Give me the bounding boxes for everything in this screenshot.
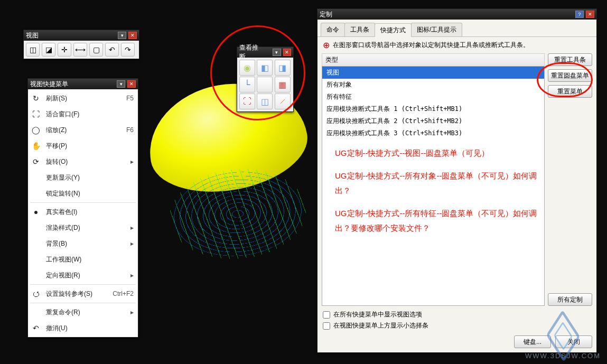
sphere-icon[interactable]: ◉ [239, 60, 255, 76]
list-item[interactable]: 所有对象 [322, 79, 544, 91]
chevron-right-icon: ▸ [130, 158, 134, 165]
type-list[interactable]: 视图所有对象所有特征应用模块推断式工具条 1 (Ctrl+Shift+MB1)应… [322, 66, 545, 306]
zoom-icon[interactable]: ◪ [42, 43, 55, 57]
menu-separator [30, 284, 136, 285]
fit-view-icon[interactable]: ◫ [26, 43, 40, 57]
menu-item-label: 真实着色(I) [46, 208, 134, 217]
menu-item-icon: ⭯ [30, 288, 42, 300]
chevron-right-icon: ▸ [130, 240, 134, 247]
axes-icon[interactable]: └ [239, 77, 255, 92]
menu-item-icon: ✋ [30, 140, 42, 152]
display-mode-icon[interactable]: ▢ [89, 43, 103, 57]
render-style-item[interactable]: 渲染样式(D)▸ [28, 220, 138, 236]
menu-item-icon [30, 188, 42, 199]
view-toolbar-window: 视图 ▾ ✕ ◫◪✛⟷▢↶↷ [23, 30, 139, 59]
menu-item-label: 背景(B) [46, 239, 126, 248]
dropdown-icon[interactable]: ▾ [117, 80, 125, 88]
background-item[interactable]: 背景(B)▸ [28, 236, 138, 251]
cube-solid-icon[interactable]: ◨ [275, 60, 291, 76]
trihedron-icon[interactable]: ✛ [58, 43, 71, 57]
menu-item-icon [30, 254, 42, 265]
menu-item-accelerator: F6 [126, 126, 134, 134]
chevron-right-icon: ▸ [130, 272, 134, 279]
list-item[interactable]: 所有特征 [322, 91, 544, 103]
menu-item-label: 缩放(Z) [46, 126, 122, 135]
context-menu-title: 视图快捷菜单 [30, 80, 68, 89]
watermark: WWW.3DSJW.COM [525, 321, 601, 360]
list-header[interactable]: 类型 [322, 53, 545, 66]
customize-dialog: 定制 ? ✕ 命令工具条快捷方式图标/工具提示 ⊕ 在图形窗口或导航器中选择对象… [317, 8, 597, 353]
infer-palette-window: 查看推断... ▾ ✕ ◉◧◨└ ▦⛶◫⟋ [237, 46, 294, 112]
rotate-item[interactable]: ⟳旋转(O)▸ [28, 154, 138, 170]
reset-radial-button[interactable]: 重置圆盘菜单 [548, 69, 592, 82]
lock-rotation-item[interactable]: 锁定旋转(N) [28, 185, 138, 201]
tab-shortcuts[interactable]: 快捷方式 [375, 23, 412, 37]
dropdown-icon[interactable]: ▾ [273, 49, 281, 56]
pan-item[interactable]: ✋平移(P) [28, 138, 138, 154]
reset-menu-button[interactable]: 重置菜单 [548, 85, 592, 98]
menu-item-accelerator: Ctrl+F2 [113, 290, 134, 297]
cube-shaded-icon[interactable]: ◧ [257, 60, 273, 76]
menu-item-label: 渲染样式(D) [46, 223, 126, 232]
menu-item-label: 平移(P) [46, 142, 134, 151]
orient-view-item[interactable]: 定向视图(R)▸ [28, 267, 138, 283]
extents-icon[interactable]: ⟷ [73, 43, 87, 57]
menu-item-accelerator: F5 [126, 95, 134, 102]
menu-item-label: 适合窗口(F) [46, 110, 134, 119]
layout-icon[interactable]: ▦ [275, 77, 291, 92]
customize-dialog-title: 定制 [320, 10, 332, 19]
check-show-view-options[interactable]: 在所有快捷菜单中显示视图选项 [317, 309, 596, 320]
undo-item[interactable]: ↶撤消(U) [28, 320, 138, 336]
menu-item-icon: ↻ [30, 92, 42, 104]
tab-toolbar[interactable]: 工具条 [344, 23, 375, 36]
palette-title: 查看推断... [239, 43, 268, 61]
checkbox[interactable] [323, 322, 330, 330]
menu-item-icon: ↶ [30, 322, 42, 334]
undo-icon[interactable]: ↶ [105, 43, 119, 57]
list-item[interactable]: 应用模块推断式工具条 2 (Ctrl+Shift+MB2) [322, 115, 544, 127]
menu-item-label: 刷新(S) [46, 94, 122, 103]
zoom-item[interactable]: ◯缩放(Z)F6 [28, 122, 138, 138]
tab-icons[interactable]: 图标/工具提示 [411, 23, 462, 36]
close-icon[interactable]: ✕ [283, 49, 291, 56]
checkbox[interactable] [323, 311, 330, 319]
list-item[interactable]: 应用模块推断式工具条 3 (Ctrl+Shift+MB3) [322, 127, 544, 139]
true-shading-item[interactable]: ●真实着色(I) [28, 204, 138, 220]
menu-item-label: 撤消(U) [46, 324, 134, 333]
reset-toolbar-button[interactable]: 重置工具条 [548, 53, 592, 66]
menu-item-label: 设置旋转参考(S) [46, 290, 108, 298]
close-icon[interactable]: ✕ [586, 11, 594, 18]
menu-item-label: 重复命令(R) [46, 308, 126, 317]
menu-item-label: 定向视图(R) [46, 271, 126, 280]
refresh-item[interactable]: ↻刷新(S)F5 [28, 90, 138, 106]
close-icon[interactable]: ✕ [128, 32, 137, 39]
menu-item-icon [30, 172, 42, 183]
menu-item-icon [30, 238, 42, 249]
update-display-item[interactable]: 更新显示(Y) [28, 170, 138, 185]
wireframe-icon[interactable]: ◫ [257, 94, 273, 109]
menu-item-icon: ◯ [30, 124, 42, 136]
work-view-item[interactable]: 工作视图(W) [28, 251, 138, 267]
repeat-cmd-item[interactable]: 重复命令(R)▸ [28, 304, 138, 320]
hint-text: 在图形窗口或导航器中选择对象以定制其快捷工具条或推断式工具条。 [333, 41, 529, 50]
menu-item-icon [30, 222, 42, 234]
menu-item-icon: ⛶ [30, 108, 42, 120]
menu-item-label: 更新显示(Y) [46, 173, 134, 182]
all-custom-button[interactable]: 所有定制 [548, 293, 592, 306]
dropdown-icon[interactable]: ▾ [118, 32, 126, 39]
style-icon[interactable]: ⟋ [275, 94, 291, 109]
list-item[interactable]: 应用模块推断式工具条 1 (Ctrl+Shift+MB1) [322, 103, 544, 115]
menu-item-label: 旋转(O) [46, 157, 126, 166]
tab-command[interactable]: 命令 [321, 23, 345, 36]
chevron-right-icon: ▸ [130, 224, 134, 231]
close-icon[interactable]: ✕ [127, 80, 136, 88]
fit-window-item[interactable]: ⛶适合窗口(F) [28, 106, 138, 122]
list-item[interactable]: 视图 [322, 67, 544, 79]
blank-icon[interactable] [257, 77, 273, 92]
chevron-right-icon: ▸ [130, 309, 134, 316]
set-rotation-ref-item[interactable]: ⭯设置旋转参考(S)Ctrl+F2 [28, 286, 138, 302]
help-icon[interactable]: ? [575, 11, 584, 18]
redo-icon[interactable]: ↷ [121, 43, 135, 57]
fit-icon[interactable]: ⛶ [239, 94, 255, 109]
logo-icon [547, 321, 579, 351]
